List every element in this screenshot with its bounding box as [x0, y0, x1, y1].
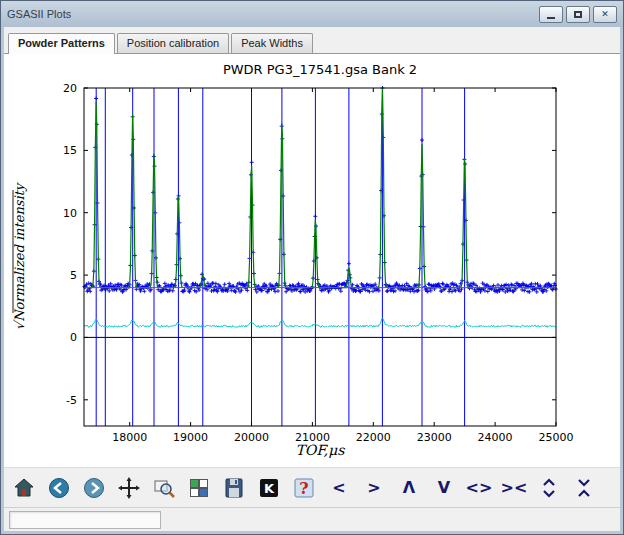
shift-left-button[interactable]: < — [323, 473, 355, 503]
home-button[interactable] — [8, 473, 40, 503]
svg-text:0: 0 — [70, 331, 77, 344]
maximize-icon — [574, 11, 582, 18]
pan-icon — [117, 476, 141, 500]
zoom-rect-icon — [152, 476, 176, 500]
plot-ylabel: √Normalized intensity — [12, 182, 27, 330]
tab-position-calibration[interactable]: Position calibration — [117, 33, 229, 53]
figure-canvas[interactable]: 1800019000200002100022000230002400025000… — [4, 54, 620, 467]
tab-powder-patterns[interactable]: Powder Patterns — [8, 33, 115, 54]
back-icon — [47, 476, 71, 500]
status-bar — [4, 507, 620, 531]
plot-xlabel: TOF,μs — [295, 442, 345, 458]
window-title: GSASII Plots — [7, 8, 539, 20]
subplots-icon — [187, 476, 211, 500]
plot-toolbar: K ? < > Λ V <> >< — [4, 467, 620, 507]
svg-text:20000: 20000 — [234, 431, 269, 444]
shift-down-button[interactable]: V — [428, 473, 460, 503]
forward-button[interactable] — [78, 473, 110, 503]
titlebar[interactable]: GSASII Plots ✕ — [1, 1, 623, 27]
svg-text:√Normalized intensity: √Normalized intensity — [12, 182, 27, 330]
minimize-icon — [547, 17, 555, 19]
gsasii-plots-window: GSASII Plots ✕ Powder Patterns Position … — [0, 0, 624, 535]
svg-text:15: 15 — [63, 144, 77, 157]
window-controls: ✕ — [539, 6, 617, 23]
keypress-icon: K — [257, 476, 281, 500]
svg-text:20: 20 — [63, 82, 77, 95]
svg-text:24000: 24000 — [478, 431, 513, 444]
pan-button[interactable] — [113, 473, 145, 503]
save-icon — [222, 476, 246, 500]
shrink-y-icon — [572, 476, 596, 500]
forward-icon — [82, 476, 106, 500]
svg-text:18000: 18000 — [112, 431, 147, 444]
svg-text:22000: 22000 — [356, 431, 391, 444]
svg-text:23000: 23000 — [417, 431, 452, 444]
tab-peak-widths[interactable]: Peak Widths — [231, 33, 313, 53]
svg-text:10: 10 — [63, 207, 77, 220]
shift-right-button[interactable]: > — [358, 473, 390, 503]
help-button[interactable]: ? — [288, 473, 320, 503]
svg-text:?: ? — [299, 479, 308, 498]
shift-up-button[interactable]: Λ — [393, 473, 425, 503]
expand-y-button[interactable] — [533, 473, 565, 503]
save-button[interactable] — [218, 473, 250, 503]
svg-text:-5: -5 — [66, 394, 77, 407]
shrink-y-button[interactable] — [568, 473, 600, 503]
home-icon — [12, 476, 36, 500]
svg-text:5: 5 — [70, 269, 77, 282]
close-icon: ✕ — [601, 10, 609, 19]
back-button[interactable] — [43, 473, 75, 503]
close-button[interactable]: ✕ — [593, 6, 617, 23]
svg-text:25000: 25000 — [539, 431, 574, 444]
client-area: Powder Patterns Position calibration Pea… — [4, 27, 620, 531]
powder-plot[interactable]: 1800019000200002100022000230002400025000… — [4, 54, 620, 467]
help-icon: ? — [292, 476, 316, 500]
keypress-button[interactable]: K — [253, 473, 285, 503]
tab-bar: Powder Patterns Position calibration Pea… — [4, 27, 620, 54]
svg-text:K: K — [264, 481, 275, 496]
maximize-button[interactable] — [566, 6, 590, 23]
zoom-rect-button[interactable] — [148, 473, 180, 503]
plot-title: PWDR PG3_17541.gsa Bank 2 — [223, 62, 417, 77]
subplots-button[interactable] — [183, 473, 215, 503]
svg-text:19000: 19000 — [173, 431, 208, 444]
expand-x-button[interactable]: <> — [463, 473, 495, 503]
expand-y-icon — [537, 476, 561, 500]
minimize-button[interactable] — [539, 6, 563, 23]
status-field — [9, 511, 161, 529]
shrink-x-button[interactable]: >< — [498, 473, 530, 503]
